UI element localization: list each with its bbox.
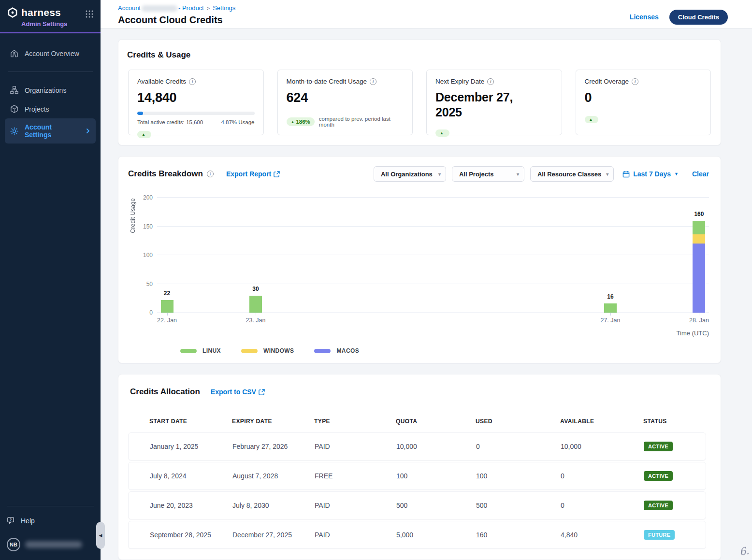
export-csv-link[interactable]: Export to CSV — [211, 388, 265, 396]
column-header-start-date: START DATE — [149, 418, 232, 425]
bar-23jan[interactable] — [249, 296, 262, 313]
sidebar-header: harness Admin Settings — [0, 0, 101, 32]
info-icon[interactable]: i — [207, 171, 214, 177]
bar-22jan[interactable] — [161, 300, 174, 313]
legend-label: LINUX — [202, 347, 221, 354]
cell-start-date: January 1, 2025 — [150, 443, 232, 450]
legend-item-macos[interactable]: MACOS — [314, 347, 359, 354]
table-row[interactable]: January 1, 2025 February 27, 2026 PAID 1… — [128, 432, 706, 460]
bar-segment-linux — [604, 303, 617, 313]
breadcrumb-account-link[interactable]: Account- Product — [118, 4, 204, 12]
licenses-link[interactable]: Licenses — [630, 13, 659, 21]
chart-plot-area[interactable]: 0501001502002222. Jan3023. Jan1627. Jan1… — [157, 198, 709, 313]
legend-swatch — [180, 349, 197, 353]
credits-usage-section: Credits & Usage Available Credits i 14,8… — [118, 39, 721, 145]
legend-item-windows[interactable]: WINDOWS — [241, 347, 294, 354]
y-tick-label: 50 — [146, 281, 153, 287]
delta-note: compared to prev. period last month — [319, 116, 404, 128]
credits-breakdown-section: Credits Breakdown i Export Report All Or… — [118, 156, 721, 363]
delta-badge: ▲ — [435, 129, 449, 137]
y-tick-label: 0 — [149, 309, 153, 316]
filter-all-organizations[interactable]: All Organizations ▾ — [374, 166, 446, 182]
breakdown-filters: All Organizations ▾ All Projects ▾ All R… — [374, 166, 709, 182]
cell-available: 0 — [561, 502, 644, 509]
cube-icon — [10, 104, 19, 114]
cell-start-date: June 20, 2023 — [150, 502, 232, 509]
bar-segment-macos — [693, 244, 705, 313]
chevron-down-icon: ▾ — [438, 172, 441, 177]
bar-value-label: 30 — [252, 286, 259, 292]
avatar[interactable]: NB — [7, 538, 20, 551]
gear-icon — [10, 127, 19, 136]
y-tick-label: 200 — [143, 194, 153, 201]
harness-logo[interactable]: harness — [7, 7, 61, 18]
cell-quota: 100 — [396, 472, 476, 480]
cell-expiry-date: July 8, 2030 — [232, 502, 315, 509]
legend-label: MACOS — [336, 347, 359, 354]
stat-value: 0 — [585, 90, 702, 106]
help-item[interactable]: ? Help — [7, 516, 94, 525]
sidebar-collapse-handle[interactable]: ◀ — [96, 522, 105, 549]
cell-expiry-date: August 7, 2028 — [232, 472, 315, 480]
credits-usage-title: Credits & Usage — [127, 50, 712, 60]
external-link-icon — [274, 171, 280, 177]
cell-available: 0 — [561, 472, 644, 480]
app-grid-icon[interactable] — [85, 10, 94, 18]
gridline — [157, 284, 709, 284]
calendar-icon — [622, 171, 630, 178]
stat-footer: Total active credits: 15,6004.87% Usage — [137, 119, 255, 125]
cell-expiry-date: December 27, 2025 — [232, 531, 315, 539]
divider — [7, 506, 94, 506]
bar-value-label: 22 — [164, 290, 170, 297]
caret-down-icon: ▼ — [674, 172, 679, 176]
sidebar-item-account-overview[interactable]: Account Overview — [5, 44, 96, 63]
cell-quota: 10,000 — [396, 443, 476, 450]
redacted-account-name — [142, 5, 177, 12]
delta-row: ▲186% compared to prev. period last mont… — [287, 116, 404, 128]
clear-filters-link[interactable]: Clear — [692, 170, 709, 178]
help-label: Help — [21, 517, 35, 525]
date-range-picker[interactable]: Last 7 Days ▼ — [622, 170, 679, 178]
chevron-down-icon: ▾ — [517, 172, 519, 177]
table-body: January 1, 2025 February 27, 2026 PAID 1… — [128, 432, 706, 549]
credits-progress-fill — [137, 112, 143, 115]
cell-used: 0 — [476, 443, 561, 450]
info-icon[interactable]: i — [189, 78, 196, 85]
cell-type: FREE — [315, 472, 396, 480]
cloud-credits-button[interactable]: Cloud Credits — [669, 10, 728, 25]
filter-all-resource-classes[interactable]: All Resource Classes ▾ — [530, 166, 614, 182]
column-header-expiry-date: EXPIRY DATE — [232, 418, 314, 425]
info-icon[interactable]: i — [370, 78, 376, 85]
stat-label: Next Expiry Date — [435, 78, 484, 85]
column-header-status: STATUS — [643, 418, 706, 425]
export-report-link[interactable]: Export Report — [226, 170, 280, 178]
status-badge: ACTIVE — [644, 442, 673, 451]
sidebar-item-account-settings[interactable]: Account Settings — [5, 118, 96, 144]
cell-start-date: September 28, 2025 — [150, 531, 232, 539]
page-title: Account Cloud Credits — [118, 14, 235, 26]
delta-badge: ▲ — [137, 131, 151, 138]
info-icon[interactable]: i — [632, 78, 638, 85]
sidebar-item-organizations[interactable]: Organizations — [5, 81, 96, 100]
bar-28jan[interactable] — [693, 221, 705, 313]
breadcrumb-settings-link[interactable]: Settings — [213, 4, 235, 12]
filter-all-projects[interactable]: All Projects ▾ — [452, 166, 524, 182]
table-row[interactable]: June 20, 2023 July 8, 2030 PAID 500 500 … — [128, 491, 706, 519]
x-tick-mark — [256, 313, 256, 316]
stat-value: 624 — [287, 90, 404, 106]
stat-card: Month-to-date Credit Usage i 624 ▲186% c… — [277, 70, 413, 135]
sidebar-item-projects[interactable]: Projects — [5, 100, 96, 118]
table-row[interactable]: September 28, 2025 December 27, 2025 PAI… — [128, 521, 706, 549]
x-tick-label: 22. Jan — [157, 317, 177, 324]
x-tick-mark — [610, 313, 611, 316]
x-tick-mark — [699, 313, 699, 316]
table-row[interactable]: July 8, 2024 August 7, 2028 FREE 100 100… — [128, 462, 706, 490]
allocation-table: START DATEEXPIRY DATETYPEQUOTAUSEDAVAILA… — [128, 413, 706, 549]
bar-27jan[interactable] — [604, 303, 617, 313]
legend-item-linux[interactable]: LINUX — [180, 347, 221, 354]
info-icon[interactable]: i — [487, 78, 494, 85]
legend-swatch — [314, 349, 331, 353]
module-subtitle: Admin Settings — [21, 20, 94, 28]
stat-value: December 27, 2025 — [435, 90, 532, 119]
cell-used: 500 — [476, 502, 561, 509]
